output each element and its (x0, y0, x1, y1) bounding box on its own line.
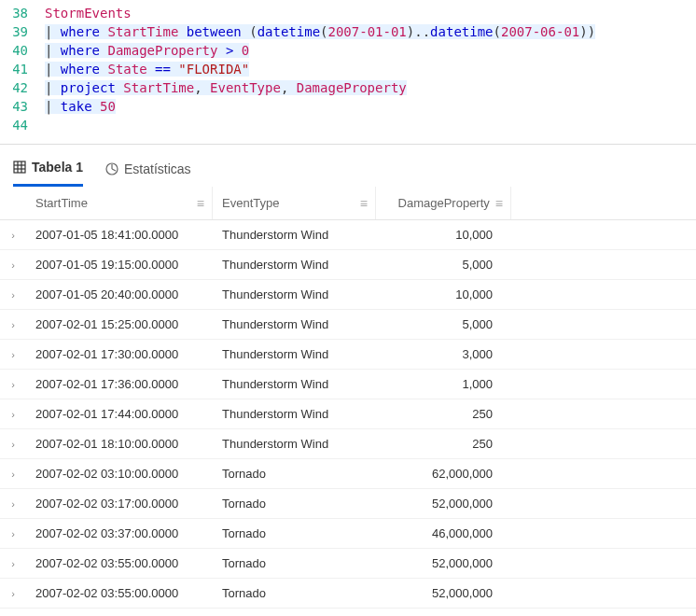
cell-damage: 5,000 (376, 317, 511, 331)
table-row[interactable]: ›2007-02-01 15:25:00.0000Thunderstorm Wi… (0, 310, 696, 340)
code-content[interactable]: | where DamageProperty > 0 (45, 41, 696, 60)
code-content[interactable] (45, 116, 696, 134)
expand-row-icon[interactable]: › (0, 528, 26, 539)
line-number: 38 (0, 4, 45, 22)
cell-damage: 52,000,000 (376, 586, 511, 600)
tab-stats[interactable]: Estatísticas (105, 161, 191, 186)
table-row[interactable]: ›2007-01-05 20:40:00.0000Thunderstorm Wi… (0, 280, 696, 310)
expand-column-spacer (0, 187, 26, 219)
cell-eventtype: Tornado (213, 556, 376, 570)
expand-row-icon[interactable]: › (0, 498, 26, 510)
code-line[interactable]: 44 (0, 116, 696, 134)
cell-starttime: 2007-01-05 18:41:00.0000 (26, 228, 213, 242)
expand-row-icon[interactable]: › (0, 230, 26, 241)
line-number: 43 (0, 97, 45, 116)
column-menu-icon[interactable]: ≡ (495, 197, 503, 210)
code-line[interactable]: 38StormEvents (0, 4, 696, 22)
code-content[interactable]: | where StartTime between (datetime(2007… (45, 22, 696, 41)
cell-damage: 1,000 (376, 377, 511, 391)
cell-eventtype: Tornado (213, 526, 376, 540)
column-header-label: StartTime (35, 196, 88, 210)
cell-eventtype: Thunderstorm Wind (213, 258, 376, 272)
code-line[interactable]: 42| project StartTime, EventType, Damage… (0, 78, 696, 97)
code-line[interactable]: 41| where State == "FLORIDA" (0, 60, 696, 78)
result-tabs: Tabela 1 Estatísticas (0, 145, 696, 187)
line-number: 39 (0, 22, 45, 41)
line-number: 40 (0, 41, 45, 60)
expand-row-icon[interactable]: › (0, 439, 26, 450)
expand-row-icon[interactable]: › (0, 289, 26, 301)
cell-eventtype: Tornado (213, 497, 376, 511)
cell-eventtype: Thunderstorm Wind (213, 287, 376, 301)
cell-eventtype: Tornado (213, 586, 376, 600)
column-header-starttime[interactable]: StartTime ≡ (26, 187, 213, 219)
results-grid: StartTime ≡ EventType ≡ DamageProperty ≡… (0, 187, 696, 609)
expand-row-icon[interactable]: › (0, 349, 26, 360)
table-row[interactable]: ›2007-01-05 18:41:00.0000Thunderstorm Wi… (0, 220, 696, 250)
cell-damage: 62,000,000 (376, 467, 511, 481)
code-content[interactable]: | take 50 (45, 97, 696, 116)
code-line[interactable]: 39| where StartTime between (datetime(20… (0, 22, 696, 41)
cell-eventtype: Tornado (213, 467, 376, 481)
tab-table-label: Tabela 1 (32, 160, 83, 175)
cell-eventtype: Thunderstorm Wind (213, 437, 376, 451)
cell-starttime: 2007-02-01 17:36:00.0000 (26, 377, 213, 391)
cell-starttime: 2007-02-01 17:30:00.0000 (26, 347, 213, 361)
cell-starttime: 2007-02-02 03:55:00.0000 (26, 586, 213, 600)
expand-row-icon[interactable]: › (0, 558, 26, 569)
cell-damage: 3,000 (376, 347, 511, 361)
column-header-eventtype[interactable]: EventType ≡ (213, 187, 376, 219)
table-row[interactable]: ›2007-02-01 18:10:00.0000Thunderstorm Wi… (0, 429, 696, 459)
svg-rect-0 (14, 161, 25, 173)
expand-row-icon[interactable]: › (0, 319, 26, 330)
column-header-label: EventType (222, 196, 279, 210)
table-row[interactable]: ›2007-02-01 17:30:00.0000Thunderstorm Wi… (0, 340, 696, 370)
cell-eventtype: Thunderstorm Wind (213, 407, 376, 421)
cell-damage: 52,000,000 (376, 556, 511, 570)
expand-row-icon[interactable]: › (0, 409, 26, 420)
tab-table[interactable]: Tabela 1 (13, 160, 83, 187)
code-editor[interactable]: 38StormEvents39| where StartTime between… (0, 0, 696, 145)
column-header-damage[interactable]: DamageProperty ≡ (376, 187, 511, 219)
cell-starttime: 2007-02-01 17:44:00.0000 (26, 407, 213, 421)
code-content[interactable]: | project StartTime, EventType, DamagePr… (45, 78, 696, 97)
code-content[interactable]: | where State == "FLORIDA" (45, 60, 696, 78)
cell-damage: 52,000,000 (376, 497, 511, 511)
table-row[interactable]: ›2007-02-02 03:55:00.0000Tornado52,000,0… (0, 579, 696, 609)
table-row[interactable]: ›2007-02-02 03:55:00.0000Tornado52,000,0… (0, 549, 696, 579)
expand-row-icon[interactable]: › (0, 259, 26, 271)
table-row[interactable]: ›2007-02-01 17:36:00.0000Thunderstorm Wi… (0, 370, 696, 399)
expand-row-icon[interactable]: › (0, 588, 26, 599)
table-row[interactable]: ›2007-02-02 03:10:00.0000Tornado62,000,0… (0, 459, 696, 489)
cell-eventtype: Thunderstorm Wind (213, 228, 376, 242)
column-menu-icon[interactable]: ≡ (197, 197, 204, 210)
cell-damage: 10,000 (376, 287, 511, 301)
line-number: 41 (0, 60, 45, 78)
cell-damage: 250 (376, 407, 511, 421)
code-line[interactable]: 40| where DamageProperty > 0 (0, 41, 696, 60)
line-number: 42 (0, 78, 45, 97)
table-row[interactable]: ›2007-02-02 03:37:00.0000Tornado46,000,0… (0, 519, 696, 549)
cell-starttime: 2007-01-05 19:15:00.0000 (26, 258, 213, 272)
cell-damage: 46,000,000 (376, 526, 511, 540)
grid-body: ›2007-01-05 18:41:00.0000Thunderstorm Wi… (0, 220, 696, 609)
cell-starttime: 2007-02-02 03:37:00.0000 (26, 526, 213, 540)
cell-starttime: 2007-02-01 15:25:00.0000 (26, 317, 213, 331)
table-row[interactable]: ›2007-02-01 17:44:00.0000Thunderstorm Wi… (0, 399, 696, 429)
column-menu-icon[interactable]: ≡ (360, 197, 368, 210)
cell-damage: 250 (376, 437, 511, 451)
grid-header-row: StartTime ≡ EventType ≡ DamageProperty ≡ (0, 187, 696, 220)
code-line[interactable]: 43| take 50 (0, 97, 696, 116)
table-row[interactable]: ›2007-01-05 19:15:00.0000Thunderstorm Wi… (0, 250, 696, 280)
expand-row-icon[interactable]: › (0, 469, 26, 480)
svg-line-7 (112, 169, 116, 171)
cell-starttime: 2007-01-05 20:40:00.0000 (26, 287, 213, 301)
expand-row-icon[interactable]: › (0, 379, 26, 390)
table-row[interactable]: ›2007-02-02 03:17:00.0000Tornado52,000,0… (0, 489, 696, 519)
table-icon (13, 161, 26, 174)
cell-eventtype: Thunderstorm Wind (213, 347, 376, 361)
cell-eventtype: Thunderstorm Wind (213, 317, 376, 331)
cell-damage: 10,000 (376, 228, 511, 242)
code-content[interactable]: StormEvents (45, 4, 696, 22)
cell-starttime: 2007-02-02 03:55:00.0000 (26, 556, 213, 570)
